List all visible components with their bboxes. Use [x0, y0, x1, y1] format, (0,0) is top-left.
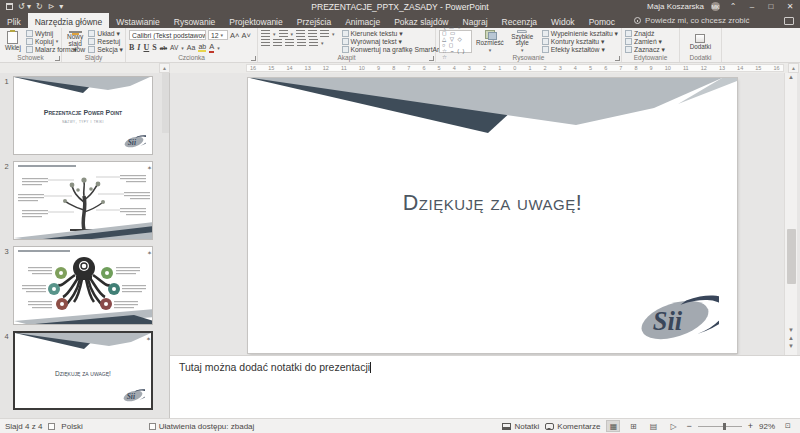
section-button[interactable]: Sekcja ▾ — [88, 46, 123, 53]
zoom-out-button[interactable]: − — [686, 421, 691, 431]
slide-thumbnail-4-selected[interactable]: ✶ Dziękuję za uwagę! Sii — [13, 331, 153, 410]
comments-toggle-button[interactable]: Komentarze — [545, 422, 600, 431]
scroll-up-icon[interactable]: ▲ — [788, 73, 794, 81]
zoom-in-button[interactable]: + — [748, 421, 753, 431]
shape-effects-button[interactable]: Efekty kształtów ▾ — [542, 46, 618, 53]
tab-wstawianie[interactable]: Wstawianie — [109, 13, 166, 28]
language-label[interactable]: Polski — [61, 422, 82, 431]
fit-slide-to-window-button[interactable]: ⊡ — [781, 420, 795, 432]
columns-icon[interactable] — [309, 39, 318, 46]
increase-indent-icon[interactable] — [308, 30, 317, 37]
slide-title-text[interactable]: Dziękuję za uwagę! — [248, 191, 737, 216]
text-shadow-button[interactable]: S — [152, 43, 156, 52]
highlight-color-button[interactable]: ab — [198, 43, 206, 52]
align-text-button[interactable]: Wyrównaj tekst ▾ — [342, 38, 447, 45]
avatar[interactable]: MK — [711, 2, 720, 11]
tab-recenzja[interactable]: Recenzja — [495, 13, 544, 28]
slide-thumbnail-3[interactable]: ✶ — [13, 246, 153, 325]
zoom-slider[interactable] — [698, 426, 742, 427]
shape-fill-button[interactable]: Wypełnienie kształtu ▾ — [542, 30, 618, 37]
reset-button[interactable]: Resetuj — [88, 38, 123, 45]
arrange-button[interactable]: Rozmieść▾ — [475, 30, 505, 53]
accessibility-checker[interactable]: Ułatwienia dostępu: zbadaj — [149, 422, 255, 431]
font-size-select[interactable]: 12▾ — [208, 30, 228, 40]
replace-button[interactable]: Zamień ▾ — [625, 38, 665, 45]
slide-canvas[interactable]: Dziękuję za uwagę! Sii — [248, 78, 737, 353]
start-slideshow-icon[interactable]: ⊳ — [48, 0, 55, 13]
user-name[interactable]: Maja Koszarska — [647, 2, 704, 11]
text-direction-button[interactable]: Kierunek tekstu ▾ — [342, 30, 447, 37]
reading-view-button[interactable]: ▤ — [646, 420, 660, 432]
zoom-level[interactable]: 92% — [759, 422, 775, 431]
align-left-icon[interactable] — [261, 39, 270, 46]
next-slide-button[interactable]: ▼ — [788, 342, 794, 350]
thumbnail-scrollbar[interactable] — [162, 73, 169, 133]
previous-slide-button[interactable]: ▲ — [788, 334, 794, 342]
numbering-icon[interactable] — [279, 30, 288, 37]
minimize-button[interactable]: – — [746, 2, 758, 11]
justify-icon[interactable] — [297, 39, 306, 46]
tell-me-box[interactable]: Powiedz mi, co chcesz zrobić — [622, 13, 749, 28]
smartart-button[interactable]: Konwertuj na grafikę SmartArt ▾ — [342, 46, 447, 53]
slideshow-view-button[interactable]: ▷ — [666, 420, 680, 432]
quick-styles-button[interactable]: Szybkie style▾ — [508, 30, 537, 53]
tab-narzędzia-główne[interactable]: Narzędzia główne — [28, 13, 110, 28]
share-comment-icon[interactable] — [784, 17, 794, 25]
align-center-icon[interactable] — [273, 39, 282, 46]
vertical-scrollbar[interactable]: ▲ ▼ ▲ ▼ — [784, 73, 797, 355]
new-slide-button[interactable]: Nowy slajd ▾ — [65, 30, 85, 53]
underline-button[interactable]: U — [143, 43, 149, 52]
clipboard-dialog-launcher[interactable] — [55, 56, 60, 61]
tab-plik[interactable]: Plik — [0, 13, 28, 28]
slide-sorter-view-button[interactable]: ⊞ — [626, 420, 640, 432]
redo-icon[interactable]: ↻ — [36, 0, 43, 13]
normal-view-button[interactable]: ▦ — [606, 420, 620, 432]
spellcheck-icon[interactable] — [48, 423, 55, 430]
tab-animacje[interactable]: Animacje — [338, 13, 387, 28]
font-dialog-launcher[interactable] — [251, 56, 256, 61]
scrollbar-thumb[interactable] — [787, 229, 796, 284]
slide-thumbnail-2[interactable]: ✶ — [13, 161, 153, 240]
bullets-icon[interactable] — [261, 30, 270, 37]
strikethrough-button[interactable]: ab — [160, 44, 167, 52]
shrink-font-button[interactable]: A˅ — [241, 31, 250, 40]
italic-button[interactable]: I — [137, 43, 140, 52]
font-name-select[interactable]: Calibri (Tekst podstawow▾ — [129, 30, 206, 40]
character-spacing-button[interactable]: AV — [170, 44, 178, 51]
line-spacing-icon[interactable] — [320, 30, 329, 37]
shapes-gallery[interactable]: ╲ ▭ ○ ◻ ▭ △ ▽ ◇ ○ ◻ ☆ ~ ( ) ☆ — [439, 30, 472, 53]
collapse-ribbon-button[interactable]: ▲ — [788, 63, 799, 73]
addins-button[interactable]: Dodatki — [689, 30, 712, 53]
tab-przejścia[interactable]: Przejścia — [290, 13, 338, 28]
notes-pane[interactable]: Tutaj można dodać notatki do prezentacji — [170, 355, 800, 418]
tab-widok[interactable]: Widok — [544, 13, 582, 28]
layout-button[interactable]: Układ ▾ — [88, 30, 123, 37]
ribbon-display-options-icon[interactable]: ⌃ — [727, 2, 739, 11]
slide-indicator[interactable]: Slajd 4 z 4 — [5, 422, 42, 431]
tab-projektowanie[interactable]: Projektowanie — [222, 13, 289, 28]
font-color-button[interactable]: A — [209, 42, 214, 53]
drawing-dialog-launcher[interactable] — [615, 56, 620, 61]
slide-thumbnail-1[interactable]: Prezentacje Power Point nazwy, typy i tr… — [13, 76, 153, 155]
shape-outline-button[interactable]: Kontury kształtu ▾ — [542, 38, 618, 45]
change-case-button[interactable]: Aa — [187, 44, 196, 51]
decrease-indent-icon[interactable] — [296, 30, 305, 37]
tab-rysowanie[interactable]: Rysowanie — [167, 13, 223, 28]
grow-font-button[interactable]: A˄ — [230, 31, 239, 40]
tab-pomoc[interactable]: Pomoc — [582, 13, 622, 28]
find-button[interactable]: Znajdź — [625, 30, 665, 37]
maximize-button[interactable]: □ — [765, 2, 777, 11]
save-icon[interactable] — [6, 3, 13, 10]
notes-toggle-button[interactable]: Notatki — [502, 422, 539, 431]
undo-icon[interactable]: ↺ ▾ — [18, 0, 31, 13]
qat-customize-icon[interactable]: ▾ — [59, 0, 63, 13]
zoom-slider-knob[interactable] — [723, 423, 726, 430]
scroll-down-icon[interactable]: ▼ — [788, 326, 794, 334]
select-button[interactable]: Zaznacz ▾ — [625, 46, 665, 53]
paragraph-dialog-launcher[interactable] — [429, 56, 434, 61]
bold-button[interactable]: B — [129, 43, 134, 52]
thumbnail-scroll-up-button[interactable]: ▲ — [159, 63, 170, 73]
align-right-icon[interactable] — [285, 39, 294, 46]
paste-button[interactable]: Wklej — [3, 30, 23, 53]
close-button[interactable]: ✕ — [784, 2, 796, 11]
